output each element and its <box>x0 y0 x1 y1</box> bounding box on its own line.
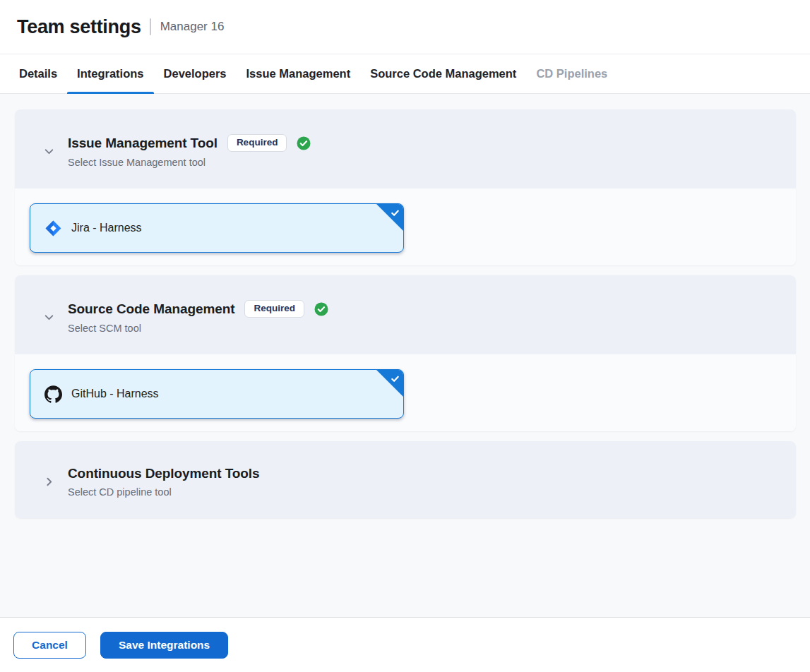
section-title: Continuous Deployment Tools <box>68 466 259 481</box>
section-subtitle: Select SCM tool <box>68 323 328 334</box>
page-header: Team settings Manager 16 <box>0 0 810 54</box>
tool-card-label: GitHub - Harness <box>71 388 159 400</box>
section-issue-management: Issue Management Tool Required Select Is… <box>15 109 796 265</box>
tool-card-jira-harness[interactable]: Jira - Harness <box>30 203 404 253</box>
check-circle-icon <box>297 136 311 150</box>
tool-card-label: Jira - Harness <box>71 222 142 234</box>
team-settings-page: Team settings Manager 16 Details Integra… <box>0 0 810 672</box>
jira-icon <box>44 220 62 237</box>
title-divider <box>150 18 151 35</box>
chevron-right-icon <box>43 476 55 488</box>
required-badge: Required <box>244 300 304 318</box>
required-badge: Required <box>227 134 287 152</box>
section-subtitle: Select CD pipeline tool <box>68 486 259 498</box>
tab-developers[interactable]: Developers <box>154 54 237 93</box>
section-body-source-code-management: GitHub - Harness <box>15 354 796 431</box>
section-source-code-management: Source Code Management Required Select S… <box>15 275 796 431</box>
tab-bar: Details Integrations Developers Issue Ma… <box>0 54 810 94</box>
check-circle-icon <box>314 302 328 316</box>
selected-check-icon <box>391 208 400 220</box>
section-header-issue-management[interactable]: Issue Management Tool Required Select Is… <box>15 109 796 188</box>
tool-card-github-harness[interactable]: GitHub - Harness <box>30 369 404 419</box>
tab-cd-pipelines: CD Pipelines <box>526 54 617 93</box>
chevron-down-icon <box>43 145 55 157</box>
section-title: Issue Management Tool <box>68 136 218 151</box>
page-title: Team settings <box>17 16 141 38</box>
tab-details[interactable]: Details <box>9 54 67 93</box>
tab-source-code-management[interactable]: Source Code Management <box>360 54 526 93</box>
github-icon <box>44 385 62 403</box>
section-body-issue-management: Jira - Harness <box>15 188 796 265</box>
chevron-down-icon <box>43 311 55 323</box>
page-subtitle: Manager 16 <box>160 20 225 34</box>
selected-check-icon <box>391 373 400 386</box>
cancel-button[interactable]: Cancel <box>13 632 86 659</box>
section-header-continuous-deployment[interactable]: Continuous Deployment Tools Select CD pi… <box>15 441 796 518</box>
tab-issue-management[interactable]: Issue Management <box>237 54 361 93</box>
tab-integrations[interactable]: Integrations <box>67 54 153 93</box>
save-integrations-button[interactable]: Save Integrations <box>100 632 228 659</box>
footer-action-bar: Cancel Save Integrations <box>0 617 810 672</box>
section-subtitle: Select Issue Management tool <box>68 157 311 168</box>
integrations-panel: Issue Management Tool Required Select Is… <box>0 94 810 617</box>
section-header-source-code-management[interactable]: Source Code Management Required Select S… <box>15 275 796 354</box>
section-continuous-deployment: Continuous Deployment Tools Select CD pi… <box>15 441 796 518</box>
section-title: Source Code Management <box>68 301 234 317</box>
